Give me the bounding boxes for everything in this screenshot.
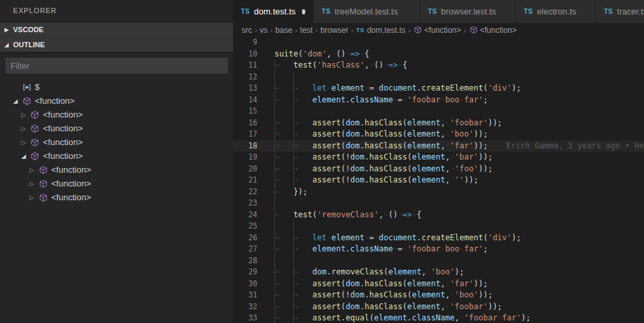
code-line[interactable]: 20→→assert(!dom.hasClass(element,·'foo')… [233,163,644,175]
outline-item-function[interactable]: ▷<function> [0,135,233,149]
breadcrumb-item[interactable]: vs [260,26,268,35]
chevron-right-icon[interactable]: ▷ [22,139,30,146]
dirty-indicator-icon[interactable] [302,9,305,14]
line-number[interactable]: 19 [233,152,257,163]
line-number[interactable]: 13 [233,83,257,95]
code-line[interactable]: 10suite('dom',·()·=>·{ [233,49,644,60]
line-number[interactable]: 27 [233,244,257,255]
code-line[interactable]: 25 [233,221,644,232]
token-pl: . [345,244,350,253]
tab-whitespace-arrow: → [274,244,293,255]
token-pl: ); [511,233,521,242]
line-number[interactable]: 30 [233,278,257,290]
code-line[interactable]: 14→→element.className·=·'foobar·boo·far'… [233,95,644,106]
token-pl: )); [479,152,493,162]
line-number[interactable]: 22 [233,186,257,198]
code-line[interactable]: 16→→assert(dom.hasClass(element,·'foobar… [233,118,644,129]
line-number[interactable]: 9 [233,37,257,49]
line-number[interactable]: 25 [233,221,257,232]
code-line[interactable]: 23 [233,198,644,209]
outline-filter-input[interactable] [5,58,228,74]
code-line[interactable]: 30→→assert(dom.hasClass(element,·'far'))… [233,278,644,290]
outline-item-function[interactable]: ▷<function> [0,108,233,121]
chevron-right-icon[interactable]: ▷ [30,194,38,201]
tab-treeModel-test-ts[interactable]: TStreeModel.test.ts [314,0,420,23]
code-line[interactable]: 18→→assert(dom.hasClass(element,·'far'))… [233,140,644,152]
tab-browser-test-ts[interactable]: TSbrowser.test.ts [420,0,516,23]
chevron-right-icon[interactable]: ▷ [22,112,30,118]
outline-item-variable[interactable]: $ [0,80,233,94]
line-number[interactable]: 29 [233,267,257,278]
line-number[interactable]: 24 [233,209,257,221]
line-number[interactable]: 26 [233,232,257,244]
chevron-right-icon[interactable]: ▷ [30,181,38,187]
outline-item-function[interactable]: ◢<function> [0,94,233,108]
outline-item-function[interactable]: ▷<function> [0,190,233,204]
code-line[interactable]: 21→→assert(!dom.hasClass(element,·'')); [233,175,644,186]
code-line[interactable]: 24→test('removeClass',·()·=>·{ [233,209,644,221]
code-line[interactable]: 28 [233,255,644,267]
breadcrumb-item[interactable]: src [242,26,252,35]
line-number[interactable]: 14 [233,95,257,106]
tab-electron-ts[interactable]: TSelectron.ts [516,0,596,23]
tab-tracer-ts[interactable]: TStracer.ts [596,0,644,23]
code-line[interactable]: 26→→let·element·=·document.createElement… [233,232,644,244]
line-number[interactable]: 23 [233,198,257,209]
space-whitespace-dot: · [374,233,379,242]
space-whitespace-dot: · [450,175,454,184]
space-whitespace-dot: · [393,244,398,253]
code-line[interactable]: 33→→assert.equal(element.className,·'foo… [233,312,644,323]
code-line[interactable]: 32→→assert(dom.hasClass(element,·'foobar… [233,301,644,313]
line-number[interactable]: 18 [233,140,257,152]
token-pl: . [345,95,350,104]
code-line[interactable]: 9 [233,37,644,49]
code-line[interactable]: 31→→assert(!dom.hasClass(element,·'boo')… [233,290,644,301]
code-line[interactable]: 19→→assert(!dom.hasClass(element,·'bar')… [233,152,644,163]
line-number[interactable]: 11 [233,60,257,72]
line-number[interactable]: 12 [233,72,257,83]
code-line[interactable]: 22→}); [233,186,644,198]
chevron-down-icon[interactable]: ◢ [13,98,22,104]
chevron-right-icon[interactable]: ▷ [30,167,38,173]
code-line[interactable]: 15 [233,106,644,118]
outline-item-function[interactable]: ◢<function> [0,149,233,163]
line-number[interactable]: 20 [233,163,257,175]
indent-guide [274,255,275,267]
code-line[interactable]: 11→test('hasClass',·()·=>·{ [233,60,644,72]
typescript-file-icon: TS [428,8,437,15]
line-number[interactable]: 32 [233,301,257,313]
breadcrumb-item[interactable]: base [275,26,292,35]
outline-item-function[interactable]: ▷<function> [0,177,233,190]
token-pl: )); [474,279,488,288]
code-line[interactable]: 17→→assert(dom.hasClass(element,·'boo'))… [233,129,644,140]
breadcrumb-item[interactable]: <function> [469,26,517,35]
line-number[interactable]: 21 [233,175,257,186]
chevron-right-icon[interactable]: ▷ [22,125,30,132]
code-line[interactable]: 29→→dom.removeClass(element,·'boo'); [233,267,644,278]
breadcrumb-item[interactable]: test [300,26,312,35]
breadcrumb-item[interactable]: <function> [413,26,461,35]
line-number[interactable]: 10 [233,49,257,60]
line-number[interactable]: 28 [233,255,257,267]
line-number[interactable]: 15 [233,106,257,118]
outline-item-function[interactable]: ▷<function> [0,163,233,177]
breadcrumb-item[interactable]: browser [320,26,349,35]
token-pl: . [326,267,331,276]
line-number[interactable]: 33 [233,312,257,323]
code-line[interactable]: 27→→element.className·=·'foobar·boo·far'… [233,244,644,255]
outline-item-function[interactable]: ▷<function> [0,121,233,135]
line-number[interactable]: 17 [233,129,257,140]
code-line[interactable]: 13→→let·element·=·document.createElement… [233,83,644,95]
code-editor[interactable]: 910suite('dom',·()·=>·{11→test('hasClass… [233,37,644,323]
tab-dom-test-ts[interactable]: TSdom.test.ts [233,0,314,23]
line-number[interactable]: 16 [233,118,257,129]
token-pl: ( [370,313,374,322]
token-var: document [379,83,417,93]
breadcrumb-item[interactable]: TSdom.test.ts [356,26,405,35]
section-header-vscode[interactable]: ▶ VSCODE [0,22,233,37]
line-number[interactable]: 31 [233,290,257,301]
token-var: className [351,95,393,104]
chevron-down-icon[interactable]: ◢ [22,153,30,160]
code-line[interactable]: 12 [233,72,644,83]
section-header-outline[interactable]: ◢ OUTLINE [0,37,233,52]
